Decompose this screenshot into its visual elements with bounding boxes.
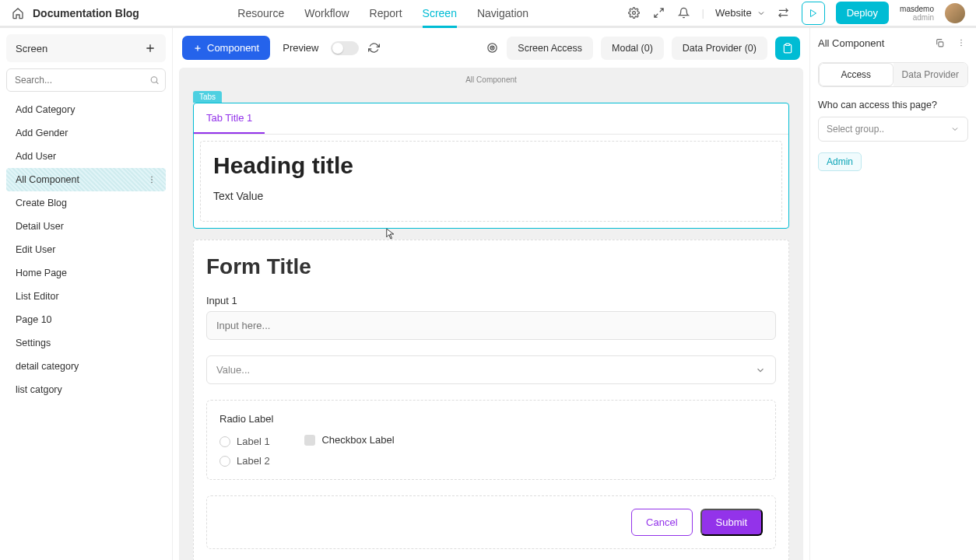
svg-rect-8 (786, 44, 790, 45)
sidebar-item[interactable]: list catgory (6, 378, 166, 401)
cancel-button[interactable]: Cancel (631, 509, 692, 536)
input1-label: Input 1 (206, 295, 776, 306)
website-dropdown[interactable]: Website (715, 7, 766, 19)
clipboard-button[interactable] (775, 37, 800, 60)
chevron-down-icon (950, 124, 960, 134)
form-component[interactable]: Form Title Input 1 Value... Radio Label … (193, 240, 789, 560)
bell-icon[interactable] (677, 6, 691, 20)
right-tabs: Access Data Provider (818, 62, 968, 87)
sidebar-list: Add Category Add Gender Add User All Com… (6, 98, 166, 554)
nav-navigation[interactable]: Navigation (477, 0, 528, 26)
more-icon[interactable] (147, 175, 156, 184)
sidebar-item[interactable]: Detail User (6, 215, 166, 238)
screen-access-button[interactable]: Screen Access (507, 37, 593, 60)
access-chip-admin[interactable]: Admin (818, 152, 862, 171)
radio-checkbox-group: Radio Label Label 1 Label 2 Checkbox Lab… (206, 400, 776, 480)
svg-rect-9 (938, 41, 943, 46)
add-component-button[interactable]: Component (182, 36, 270, 60)
sidebar-header: Screen (6, 34, 166, 62)
target-icon[interactable] (485, 41, 499, 55)
heading-component[interactable]: Heading title (213, 152, 769, 179)
form-title: Form Title (206, 254, 776, 279)
nav-resource[interactable]: Resource (237, 0, 284, 26)
copy-icon[interactable] (932, 36, 946, 50)
tab-data-provider[interactable]: Data Provider (893, 63, 968, 86)
sidebar-title: Screen (16, 43, 47, 54)
radio-option[interactable]: Label 1 (219, 436, 273, 447)
checkbox-option[interactable]: Checkbox Label (304, 434, 394, 446)
sidebar-item[interactable]: List Editor (6, 285, 166, 308)
topbar: Documentation Blog Resource Workflow Rep… (0, 0, 976, 28)
data-provider-button[interactable]: Data Provider (0) (672, 37, 767, 60)
submit-button[interactable]: Submit (700, 509, 763, 536)
svg-point-10 (960, 40, 962, 41)
svg-point-3 (151, 179, 153, 180)
app-title: Documentation Blog (33, 7, 139, 19)
sidebar-item[interactable]: Settings (6, 331, 166, 355)
svg-point-11 (960, 42, 962, 44)
center-panel: Component Preview Screen Access Modal (0… (173, 28, 809, 560)
sidebar-item[interactable]: Add Gender (6, 121, 166, 145)
sidebar-item[interactable]: detail category (6, 355, 166, 378)
tabs-component[interactable]: Tab Title 1 Heading title Text Value (193, 103, 789, 229)
canvas-breadcrumb: All Component (179, 72, 803, 90)
add-screen-button[interactable] (144, 42, 156, 54)
swap-icon[interactable] (777, 6, 791, 20)
refresh-icon[interactable] (367, 41, 381, 55)
tab-1[interactable]: Tab Title 1 (194, 103, 265, 134)
select-field[interactable]: Value... (206, 355, 776, 384)
deploy-button[interactable]: Deploy (836, 2, 889, 24)
radio-group-label: Radio Label (219, 413, 273, 425)
tabs-badge: Tabs (193, 91, 222, 103)
preview-button[interactable]: Preview (278, 42, 323, 54)
input1-field[interactable] (206, 311, 776, 340)
tab-access[interactable]: Access (819, 63, 893, 86)
sidebar-item[interactable]: Add Category (6, 98, 166, 121)
avatar[interactable] (945, 3, 965, 23)
svg-point-7 (492, 47, 493, 48)
properties-panel: All Component Access Data Provider Who c… (809, 28, 976, 560)
nav-screen[interactable]: Screen (423, 0, 457, 26)
preview-toggle[interactable] (331, 41, 359, 55)
play-button[interactable] (802, 2, 825, 25)
toolbar: Component Preview Screen Access Modal (0… (173, 28, 809, 68)
chevron-down-icon (755, 365, 766, 376)
sidebar-item[interactable]: Edit User (6, 238, 166, 261)
home-icon[interactable] (11, 6, 25, 20)
chevron-down-icon (757, 9, 766, 18)
modal-button[interactable]: Modal (0) (601, 37, 664, 60)
gear-icon[interactable] (627, 6, 641, 20)
top-nav: Resource Workflow Report Screen Navigati… (147, 0, 620, 26)
search-input[interactable] (6, 68, 166, 92)
sidebar-item[interactable]: Home Page (6, 261, 166, 285)
access-question: Who can access this page? (818, 100, 968, 110)
user-label: masdemo admin (900, 5, 934, 22)
right-title: All Component (818, 37, 884, 49)
select-group[interactable]: Select group.. (818, 117, 968, 142)
nav-workflow[interactable]: Workflow (304, 0, 349, 26)
nav-report[interactable]: Report (370, 0, 402, 26)
svg-point-2 (151, 177, 153, 178)
form-actions: Cancel Submit (206, 495, 776, 549)
radio-option[interactable]: Label 2 (219, 455, 273, 467)
sidebar-item[interactable]: Create Blog (6, 191, 166, 215)
canvas: All Component Tabs Tab Title 1 Heading t… (179, 68, 803, 560)
expand-icon[interactable] (652, 6, 666, 20)
text-component[interactable]: Text Value (213, 190, 769, 202)
sidebar-item[interactable]: Page 10 (6, 308, 166, 331)
sidebar-item[interactable]: All Component (6, 168, 166, 191)
more-icon[interactable] (954, 36, 968, 50)
svg-point-0 (633, 12, 636, 15)
sidebar: Screen Add Category Add Gender Add User … (0, 28, 173, 560)
website-label: Website (715, 7, 752, 19)
svg-point-4 (151, 182, 153, 184)
svg-point-1 (151, 77, 157, 83)
svg-point-12 (960, 45, 962, 47)
search-icon (149, 75, 160, 86)
sidebar-item[interactable]: Add User (6, 145, 166, 168)
